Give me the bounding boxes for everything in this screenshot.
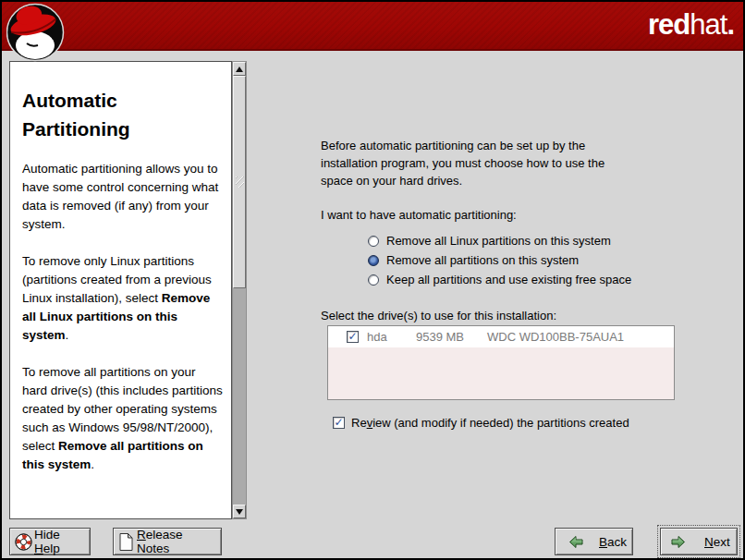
help-title: Automatic Partitioning: [22, 86, 207, 143]
next-button[interactable]: Next: [660, 528, 738, 555]
scroll-thumb[interactable]: [233, 76, 246, 288]
label-mnemonic: N: [704, 535, 714, 549]
label-post: ext: [714, 535, 730, 549]
banner-texture: [2, 2, 743, 49]
drive-name: hda: [367, 330, 411, 344]
scroll-down-button[interactable]: [233, 505, 246, 518]
next-arrow-icon: [670, 534, 686, 550]
hide-help-label: Hide Help: [34, 528, 86, 555]
partitioning-question: I want to have automatic partitioning:: [321, 206, 745, 224]
check-icon: ✓: [348, 331, 357, 342]
back-button[interactable]: Back: [555, 528, 633, 555]
help-paragraph-3-end: .: [91, 457, 94, 471]
review-label-pre: Re: [351, 416, 367, 430]
check-icon: ✓: [334, 417, 343, 428]
label-pre: Hide: [34, 528, 60, 542]
arrow-up-icon: [236, 67, 243, 72]
document-icon: [118, 532, 134, 552]
scroll-grip-icon: [236, 177, 244, 188]
radio-button-selected-icon[interactable]: [368, 255, 379, 266]
help-paragraph-1: Automatic partitioning allows you to hav…: [22, 160, 224, 234]
radio-label: Remove all Linux partitions on this syst…: [386, 234, 611, 248]
top-banner: redhat.: [2, 2, 743, 51]
lifesaver-help-icon: [14, 532, 33, 552]
help-scrollbar[interactable]: [232, 61, 247, 519]
drive-checkbox[interactable]: ✓: [347, 331, 359, 343]
review-label: Review (and modify if needed) the partit…: [351, 416, 629, 430]
scroll-up-button[interactable]: [233, 62, 246, 76]
help-paragraph-2-end: .: [66, 328, 69, 342]
label-post: elp: [43, 542, 60, 555]
release-notes-button[interactable]: Release Notes: [113, 528, 222, 555]
redhat-shadowman-logo-icon: [6, 3, 66, 67]
label-mnemonic: B: [599, 535, 607, 549]
radio-label: Remove all partitions on this system: [386, 253, 579, 267]
partitioning-radio-group: Remove all Linux partitions on this syst…: [368, 231, 745, 289]
review-label-post: iew (and modify if needed) the partition…: [372, 416, 629, 430]
main-content: Before automatic partitioning can be set…: [321, 137, 745, 430]
brand-light-text: hat: [690, 8, 727, 41]
radio-remove-linux-partitions[interactable]: Remove all Linux partitions on this syst…: [368, 231, 745, 250]
help-paragraph-3: To remove all partitions on your hard dr…: [22, 363, 224, 474]
drive-size: 9539 MB: [416, 330, 475, 344]
back-label: Back: [599, 535, 627, 549]
back-arrow-icon: [568, 534, 584, 550]
radio-button-icon[interactable]: [368, 274, 379, 286]
drive-select-label: Select the drive(s) to use for this inst…: [321, 309, 745, 323]
drive-model: WDC WD100BB-75AUA1: [487, 330, 624, 344]
installer-window: redhat. Automatic Partitioning Automatic…: [0, 0, 745, 560]
release-notes-label: Release Notes: [137, 528, 216, 555]
label-mnemonic: H: [34, 542, 43, 555]
radio-remove-all-partitions[interactable]: Remove all partitions on this system: [368, 250, 745, 270]
brand-dot: .: [727, 8, 734, 41]
brand-bold-text: red: [648, 8, 690, 41]
drive-row-hda[interactable]: ✓ hda 9539 MB WDC WD100BB-75AUA1: [328, 326, 674, 347]
help-panel: Automatic Partitioning Automatic partiti…: [9, 61, 232, 519]
next-label: Next: [704, 535, 730, 549]
hide-help-button[interactable]: Hide Help: [9, 528, 91, 555]
review-checkbox-row[interactable]: ✓ Review (and modify if needed) the part…: [333, 416, 745, 430]
arrow-down-icon: [236, 509, 243, 515]
intro-text: Before automatic partitioning can be set…: [321, 137, 628, 189]
label-post: ack: [607, 535, 627, 549]
help-paragraph-2: To remove only Linux partitions (partiti…: [22, 252, 224, 345]
radio-keep-all-partitions[interactable]: Keep all partitions and use existing fre…: [368, 270, 745, 289]
radio-label: Keep all partitions and use existing fre…: [386, 273, 631, 286]
drive-list[interactable]: ✓ hda 9539 MB WDC WD100BB-75AUA1: [327, 325, 675, 400]
radio-button-icon[interactable]: [368, 236, 379, 247]
review-checkbox[interactable]: ✓: [333, 417, 345, 429]
help-paragraph-1-text: Automatic partitioning allows you to hav…: [22, 162, 218, 231]
redhat-wordmark: redhat.: [648, 7, 734, 43]
label-mnemonic: R: [137, 528, 146, 542]
